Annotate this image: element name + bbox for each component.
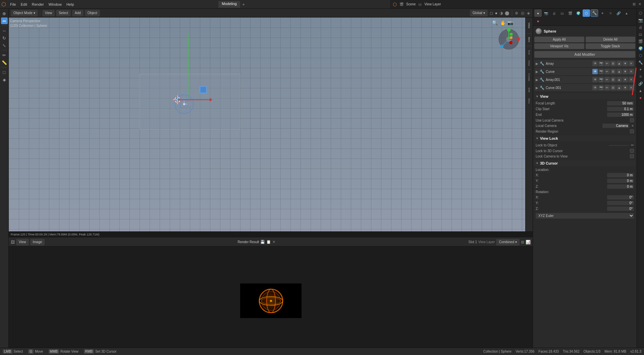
- world-props-icon[interactable]: 🌍: [575, 9, 582, 17]
- image-canvas[interactable]: ✋ 🔍: [9, 247, 533, 355]
- save-image-icon[interactable]: 💾: [260, 240, 265, 244]
- object-props-icon[interactable]: ⬡: [583, 9, 590, 17]
- create-strip[interactable]: Create: [526, 71, 532, 84]
- local-camera-value[interactable]: Camera: [602, 124, 629, 128]
- array-edit-icon[interactable]: ✏: [604, 61, 610, 66]
- curve-up-icon[interactable]: ▲: [616, 69, 622, 74]
- curve-realtime-icon[interactable]: 👁: [592, 69, 598, 74]
- curve001-up-icon[interactable]: ▲: [616, 85, 622, 90]
- lock-to-object-field[interactable]: [609, 145, 629, 146]
- physics-props-icon[interactable]: ⚛: [607, 9, 614, 17]
- lock-to-object-pencil[interactable]: ✏: [631, 143, 634, 147]
- focal-length-value[interactable]: 50 mm: [607, 101, 634, 105]
- xray-toggle-icon[interactable]: ◈: [526, 10, 531, 16]
- object-mode-dropdown[interactable]: Object Mode ▾: [11, 10, 38, 16]
- scene-props-icon[interactable]: 🎬: [567, 9, 574, 17]
- cursor-y-value[interactable]: 0 m: [607, 179, 634, 183]
- tool-strip[interactable]: Tool: [526, 47, 532, 57]
- item-strip[interactable]: Item: [526, 35, 532, 45]
- solid-icon[interactable]: ●: [494, 10, 498, 16]
- image-view-btn[interactable]: View: [16, 239, 29, 246]
- scale-tool[interactable]: ⤡: [1, 42, 8, 49]
- delete-all-button[interactable]: Delete All: [586, 37, 636, 42]
- far-right-icon-7[interactable]: ⬡: [638, 52, 644, 58]
- maximize-icon[interactable]: ⊞: [633, 2, 636, 6]
- far-right-icon-10[interactable]: ⚛: [638, 74, 644, 80]
- lock-to-3d-cursor-checkbox[interactable]: [630, 149, 634, 153]
- array001-up-icon[interactable]: ▲: [616, 77, 622, 82]
- menu-file[interactable]: File: [8, 2, 18, 7]
- view-lock-header[interactable]: ▼ View Lock: [534, 135, 635, 141]
- curve-delete-icon[interactable]: ✕: [629, 69, 634, 74]
- array-realtime-icon[interactable]: 👁: [592, 61, 598, 66]
- wireframe-icon[interactable]: ◻: [489, 10, 494, 16]
- cursor-rz-value[interactable]: 0°: [607, 207, 634, 211]
- end-value[interactable]: 1000 m: [607, 113, 634, 117]
- array001-cage-icon[interactable]: ⊞: [610, 77, 616, 82]
- material-props-icon[interactable]: ●: [534, 17, 542, 25]
- array-render-icon[interactable]: 📷: [598, 61, 604, 66]
- far-right-icon-9[interactable]: ✦: [638, 66, 644, 73]
- curve-edit-icon[interactable]: ✏: [604, 69, 610, 74]
- hand-tool-icon[interactable]: ✋: [500, 20, 506, 26]
- render-region-checkbox[interactable]: [630, 129, 634, 133]
- object-tool-1[interactable]: □: [1, 69, 8, 76]
- output-props-icon[interactable]: 🖨: [550, 9, 558, 17]
- curve001-cage-icon[interactable]: ⊞: [610, 85, 616, 90]
- select-menu-btn[interactable]: Select: [56, 10, 71, 16]
- curve-expand-icon[interactable]: ▶: [536, 70, 538, 74]
- array-cage-icon[interactable]: ⊞: [610, 61, 616, 66]
- object-menu-btn[interactable]: Object: [85, 10, 100, 16]
- render-props-icon[interactable]: 📷: [542, 9, 550, 17]
- cursor-x-value[interactable]: 0 m: [607, 173, 634, 177]
- apply-all-button[interactable]: Apply All: [534, 37, 584, 42]
- constraint-props-icon[interactable]: 🔗: [615, 9, 622, 17]
- rendered-icon[interactable]: ⬤: [504, 10, 510, 16]
- add-workspace-btn[interactable]: +: [240, 1, 247, 8]
- menu-window[interactable]: Window: [47, 2, 64, 7]
- array001-down-icon[interactable]: ▼: [623, 77, 628, 82]
- camera-icon[interactable]: 📷: [507, 20, 513, 26]
- histogram-icon[interactable]: 📊: [526, 240, 531, 245]
- transform-tool[interactable]: ↔: [1, 27, 8, 34]
- modifier-props-icon[interactable]: 🔧: [591, 9, 598, 17]
- mira-strip[interactable]: Mira: [526, 96, 532, 106]
- annotate-tool[interactable]: ✏: [1, 52, 8, 58]
- cursor-z-value[interactable]: 0 m: [607, 184, 634, 189]
- measure-tool[interactable]: 📏: [1, 59, 8, 66]
- overlay-toggle-icon[interactable]: ◎: [520, 10, 525, 16]
- menu-edit[interactable]: Edit: [19, 2, 29, 7]
- viewport-vis-button[interactable]: Viewport Vis: [534, 43, 584, 49]
- cursor-rx-value[interactable]: 0°: [607, 195, 634, 199]
- curve-down-icon[interactable]: ▼: [623, 69, 628, 74]
- view-strip-icon[interactable]: View: [526, 19, 532, 32]
- add-menu-btn[interactable]: Add: [72, 10, 84, 16]
- far-right-icon-6[interactable]: 🌍: [638, 45, 644, 51]
- menu-help[interactable]: Help: [64, 2, 76, 7]
- array001-render-icon[interactable]: 📷: [598, 77, 604, 82]
- workspace-tab-modeling[interactable]: Modeling: [218, 1, 240, 8]
- array-expand-icon[interactable]: ▶: [536, 62, 538, 65]
- array001-expand-icon[interactable]: ▶: [536, 78, 538, 82]
- view-menu-btn[interactable]: View: [42, 10, 55, 16]
- close-icon[interactable]: ✕: [638, 2, 641, 6]
- array-down-icon[interactable]: ▼: [623, 61, 628, 66]
- curve001-expand-icon[interactable]: ▶: [536, 86, 538, 90]
- view-strip2[interactable]: View: [526, 58, 532, 68]
- clip-start-value[interactable]: 0.1 m: [607, 107, 634, 111]
- far-right-icon-12[interactable]: ▲: [638, 88, 644, 94]
- editor-type-icon[interactable]: 🖼: [11, 240, 15, 245]
- edit-strip[interactable]: Edit: [526, 85, 532, 95]
- toggle-stack-button[interactable]: Toggle Stack: [586, 43, 636, 49]
- far-right-icon-4[interactable]: 🗂: [638, 31, 644, 37]
- far-right-icon-8[interactable]: 🔧: [638, 59, 644, 65]
- xyz-euler-dropdown[interactable]: XYZ Euler XZY Euler YXZ Euler Quaternion: [536, 213, 634, 219]
- viewport-canvas[interactable]: Camera Perspective (120) Collection | Sp…: [9, 17, 533, 231]
- far-right-icon-3[interactable]: 🖨: [638, 24, 644, 30]
- zoom-icon[interactable]: 🔍: [492, 20, 498, 26]
- array-delete-icon[interactable]: ✕: [629, 61, 634, 66]
- add-modifier-button[interactable]: Add Modifier: [534, 51, 635, 58]
- copy-image-icon[interactable]: 📋: [266, 240, 271, 244]
- cursor-ry-value[interactable]: 0°: [607, 201, 634, 205]
- close-image-icon[interactable]: ✕: [272, 240, 275, 244]
